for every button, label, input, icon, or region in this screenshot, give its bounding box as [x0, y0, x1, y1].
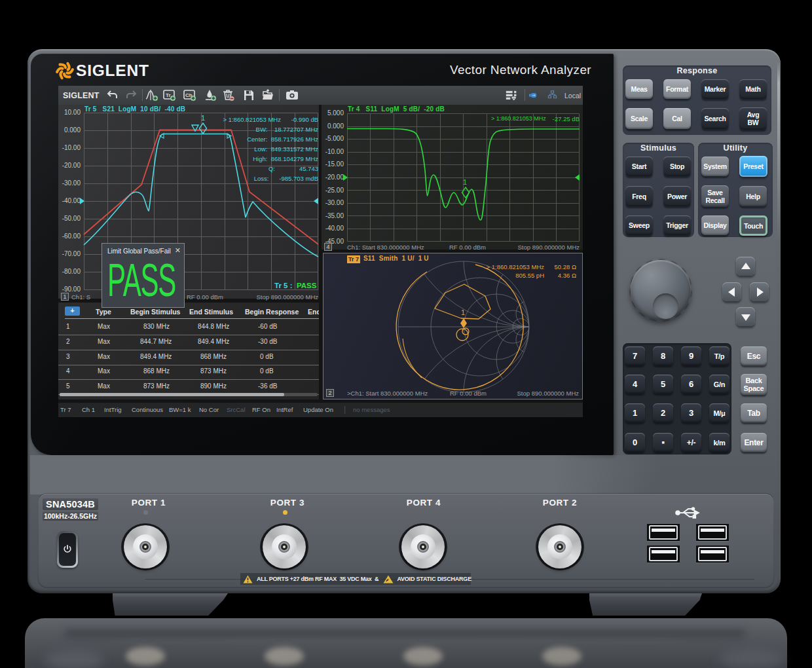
svg-text:Tr: Tr [166, 92, 171, 98]
svg-text:1: 1 [461, 308, 465, 316]
svg-text:1: 1 [463, 178, 467, 186]
